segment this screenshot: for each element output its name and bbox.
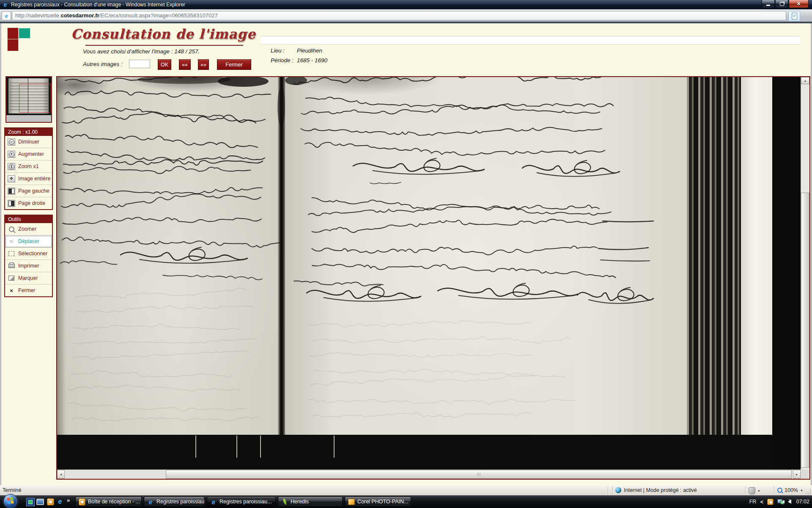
scan-tick-mark (236, 436, 237, 458)
sidebar-item-page-gauche[interactable]: Page gauche (5, 185, 52, 197)
tools-panel-title: Outils (5, 215, 52, 223)
language-indicator[interactable]: FR (749, 499, 757, 505)
horizontal-scrollbar[interactable]: ◄ ► (57, 469, 801, 479)
statusbar-divider (745, 486, 746, 495)
printer-glyph (8, 264, 15, 268)
tool-item-marquer[interactable]: Marquer (5, 272, 52, 284)
clock[interactable]: 07:02 (795, 499, 809, 505)
window-title: Registres paroissiaux - Consultation d'u… (11, 2, 185, 8)
tray-outlook-icon[interactable] (767, 499, 774, 505)
title-underline (85, 45, 243, 46)
quicklaunch-ie-icon[interactable] (56, 498, 64, 505)
sidebar-item-label: Augmenter (18, 151, 44, 157)
heredis-leaf-icon (281, 498, 288, 505)
chevron-down-icon: ▼ (757, 489, 760, 492)
zoom-magnifier-icon (777, 488, 782, 493)
tool-item-imprimer[interactable]: Imprimer (5, 260, 52, 272)
ie-icon (147, 498, 154, 505)
tray-expand-chevron[interactable]: < (760, 499, 763, 505)
taskbar-button-inbox[interactable]: Boîte de réception - ... (75, 497, 142, 507)
printer-icon (8, 262, 15, 270)
tool-item-deplacer-selected[interactable]: ☜ Déplacer (5, 235, 52, 248)
taskbar-button-heredis[interactable]: Heredis (278, 497, 343, 507)
compatibility-view-button[interactable] (788, 11, 800, 21)
tool-item-label: Sélectionner (18, 251, 48, 257)
internet-globe-icon (615, 487, 621, 493)
taskbar-button-registres-2-active[interactable]: Registres paroissiau... (207, 497, 276, 507)
scan-tick-mark (334, 436, 335, 458)
start-button[interactable] (3, 494, 18, 508)
chevron-down-icon: ▼ (800, 489, 803, 492)
previous-image-button[interactable]: «« (179, 59, 191, 70)
scroll-left-arrow-icon[interactable]: ◄ (57, 470, 65, 479)
periode-label: Période : (271, 57, 294, 64)
sidebar-item-zoom-x1[interactable]: 1 Zoom x1 (5, 160, 52, 173)
title-bar: Registres paroissiaux - Consultation d'u… (0, 0, 812, 9)
tool-item-label: Zoomer (18, 226, 36, 232)
hand-icon: ☜ (8, 238, 15, 245)
address-bar: http://sallevirtuelle.cotesdarmor.fr/EC/… (0, 9, 812, 22)
ok-button[interactable]: OK (158, 59, 171, 70)
switch-windows-icon[interactable] (36, 498, 44, 505)
taskbar-button-corel[interactable]: Corel PHOTO-PAIN... (345, 497, 411, 507)
magnifier-glyph (9, 226, 14, 232)
tool-item-selectionner[interactable]: Sélectionner (5, 248, 52, 260)
fermer-button[interactable]: Fermer (217, 59, 251, 70)
sidebar-item-label: Zoom x1 (18, 163, 39, 169)
close-glyph: × (10, 288, 13, 293)
minimize-button[interactable] (762, 0, 775, 8)
other-images-input[interactable] (129, 60, 150, 68)
next-image-button[interactable]: »» (198, 59, 209, 70)
quicklaunch-outlook-icon[interactable] (47, 498, 54, 505)
taskbar-button-registres-1[interactable]: Registres paroissiau... (144, 497, 205, 507)
close-tool-icon: × (8, 287, 15, 294)
page-zoom-dropdown[interactable]: 100% ▼ (777, 487, 803, 493)
scroll-right-arrow-icon[interactable]: ► (793, 470, 801, 479)
sidebar-item-label: Page gauche (18, 188, 49, 194)
outlook-icon (79, 498, 85, 505)
left-page-icon (8, 188, 15, 195)
thumbnail-viewport-rectangle[interactable] (19, 84, 51, 113)
sidebar-item-image-entiere[interactable]: ❖ Image entière (5, 173, 52, 185)
volume-icon[interactable] (788, 500, 791, 504)
stamp-glyph (8, 276, 14, 281)
horizontal-scrollbar-thumb[interactable] (166, 470, 792, 479)
protection-dropdown[interactable]: ▼ (749, 487, 760, 494)
fit-image-icon: ❖ (8, 175, 15, 182)
logo-square-red-bottom (7, 39, 19, 51)
vertical-scrollbar[interactable]: ▲ (801, 77, 809, 469)
taskbar-button-label: Boîte de réception - ... (88, 499, 140, 505)
zoom-reset-glyph: 1 (9, 164, 14, 169)
manuscript-scan[interactable] (57, 77, 801, 469)
taskbar-button-label: Registres paroissiau... (156, 499, 205, 505)
zoom-reset-icon: 1 (8, 163, 15, 170)
url-field[interactable]: http://sallevirtuelle.cotesdarmor.fr/EC/… (12, 11, 786, 20)
scroll-up-arrow-icon[interactable]: ▲ (801, 77, 809, 84)
resize-grip[interactable] (806, 489, 811, 494)
selection-icon (8, 250, 15, 257)
sidebar-item-diminuer[interactable]: − Diminuer (5, 136, 52, 148)
zoom-out-glyph: − (9, 139, 14, 145)
statusbar-divider (612, 486, 613, 495)
left-page-glyph (8, 188, 14, 194)
quicklaunch-overflow-chevron[interactable]: » (67, 496, 70, 504)
restore-button[interactable] (775, 0, 788, 8)
sidebar-item-label: Image entière (18, 176, 50, 182)
url-domain: cotesdarmor.fr (61, 12, 99, 19)
zoom-panel-title: Zoom : x1.00 (5, 128, 52, 136)
tool-item-fermer[interactable]: × Fermer (5, 284, 52, 296)
sidebar-item-page-droite[interactable]: Page droite (5, 197, 52, 209)
sidebar-item-augmenter[interactable]: + Augmenter (5, 148, 52, 160)
thumbnail-panel[interactable] (5, 76, 52, 123)
vertical-scrollbar-thumb[interactable] (801, 193, 809, 468)
status-bar: Terminé Internet | Mode protégé : activé… (0, 485, 812, 496)
fit-image-glyph: ❖ (10, 177, 14, 181)
right-page-glyph (8, 201, 14, 206)
windows-flag-icon (7, 497, 14, 505)
tool-item-zoomer[interactable]: Zoomer (5, 223, 52, 235)
image-viewer: ▲ ◄ ► (56, 76, 810, 480)
zoom-panel: Zoom : x1.00 − Diminuer + Augmenter 1 Zo… (4, 127, 53, 210)
sidebar-item-label: Page droite (18, 200, 45, 206)
show-desktop-icon[interactable] (26, 498, 35, 506)
close-button[interactable]: ✕ (789, 0, 809, 8)
